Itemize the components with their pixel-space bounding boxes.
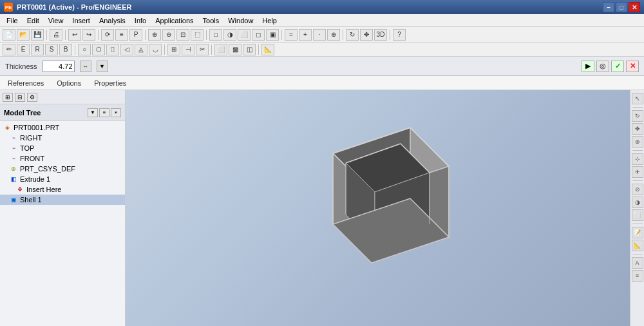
hidden-line-button[interactable]: ◻: [252, 29, 265, 41]
preview-button[interactable]: ▶: [582, 61, 594, 72]
accept-button[interactable]: ✓: [611, 61, 624, 72]
redo-button[interactable]: ↪: [82, 29, 95, 41]
extrude-button[interactable]: E: [17, 44, 30, 55]
pan-button[interactable]: ✥: [360, 29, 373, 41]
round-button[interactable]: ◡: [149, 44, 162, 55]
new-button[interactable]: 📄: [3, 29, 15, 41]
revolve-button[interactable]: R: [31, 44, 44, 55]
tree-item-front[interactable]: ⌁ FRONT: [0, 153, 125, 164]
tree-item-insert-here[interactable]: ❖ Insert Here: [0, 184, 125, 195]
tree-filter-button[interactable]: ▼: [88, 108, 98, 117]
visibility-button[interactable]: ◎: [596, 61, 609, 72]
help-button[interactable]: ?: [393, 29, 406, 41]
menu-edit[interactable]: Edit: [23, 15, 43, 26]
thickness-input[interactable]: [43, 61, 75, 72]
maximize-button[interactable]: □: [616, 2, 627, 12]
blend-button[interactable]: B: [59, 44, 72, 55]
csys-display-button[interactable]: ⊕: [327, 29, 340, 41]
model-tree-tool[interactable]: ≡: [632, 270, 643, 282]
tree-collapse-all[interactable]: ⊟: [15, 93, 25, 102]
shell-button[interactable]: ⬡: [92, 44, 105, 55]
secondary-toolbar: ✏ E R S B ○ ⬡ ⌷ ◁ ◬ ◡ ⊞ ⊣ ✂ ⬜ ▩ ◫ 📐: [0, 43, 644, 57]
surface-button[interactable]: ⬜: [214, 44, 227, 55]
zoom-area-button[interactable]: ⬚: [191, 29, 204, 41]
relations-button[interactable]: ≡: [115, 29, 128, 41]
note-tool[interactable]: 📝: [632, 227, 643, 238]
title-bar-controls: – □ ✕: [603, 2, 640, 12]
rib-button[interactable]: ⌷: [106, 44, 119, 55]
3d-orient-button[interactable]: 3D: [374, 29, 387, 41]
datum-points-button[interactable]: ·: [313, 29, 326, 41]
menu-view[interactable]: View: [44, 15, 68, 26]
hole-button[interactable]: ○: [78, 44, 91, 55]
tab-properties[interactable]: Properties: [91, 78, 129, 88]
annotation-tool[interactable]: A: [632, 257, 643, 269]
orient-tool[interactable]: ⊹: [632, 153, 643, 165]
parameters-button[interactable]: P: [129, 29, 142, 41]
open-button[interactable]: 📂: [17, 29, 30, 41]
repaint-button[interactable]: □: [209, 29, 222, 41]
tree-expand-all[interactable]: ⊞: [3, 93, 13, 102]
menu-applications[interactable]: Applications: [151, 15, 197, 26]
viewport[interactable]: [126, 90, 630, 326]
spin-tool[interactable]: ↻: [632, 110, 643, 122]
sketch-button[interactable]: ✏: [3, 44, 15, 55]
mirror-button[interactable]: ⊣: [182, 44, 194, 55]
menu-analysis[interactable]: Analysis: [95, 15, 129, 26]
close-button[interactable]: ✕: [629, 2, 640, 12]
analysis-measure[interactable]: 📐: [261, 44, 274, 55]
save-button[interactable]: 💾: [31, 29, 44, 41]
draft-button[interactable]: ◁: [120, 44, 133, 55]
cancel-button[interactable]: ✕: [626, 61, 639, 72]
fly-tool[interactable]: ✈: [632, 166, 643, 178]
chamfer-button[interactable]: ◬: [135, 44, 147, 55]
plane-icon-top: ⌁: [9, 144, 18, 152]
regenerate-button[interactable]: ⟳: [101, 29, 114, 41]
thickness-flip-button[interactable]: ↔: [80, 61, 91, 72]
pan-tool[interactable]: ✥: [632, 123, 643, 135]
tree-settings[interactable]: ⚙: [27, 93, 37, 102]
tree-item-right[interactable]: ⌁ RIGHT: [0, 133, 125, 143]
zoom-tool[interactable]: ⊕: [632, 136, 643, 148]
tab-options[interactable]: Options: [54, 78, 84, 88]
print-button[interactable]: 🖨: [50, 29, 62, 41]
shading-button[interactable]: ◑: [223, 29, 236, 41]
tree-item-extrude1[interactable]: ◧ Extrude 1: [0, 174, 125, 184]
select-tool[interactable]: ↖: [632, 93, 643, 104]
trim-button[interactable]: ✂: [196, 44, 209, 55]
section-tool[interactable]: ⊘: [632, 184, 643, 195]
undo-button[interactable]: ↩: [68, 29, 81, 41]
quilt-button[interactable]: ◫: [243, 44, 256, 55]
pattern-button[interactable]: ⊞: [167, 44, 180, 55]
tab-references[interactable]: References: [5, 78, 46, 88]
minimize-button[interactable]: –: [603, 2, 614, 12]
tree-item-top[interactable]: ⌁ TOP: [0, 143, 125, 153]
zoom-in-button[interactable]: ⊕: [148, 29, 161, 41]
menu-file[interactable]: File: [3, 15, 22, 26]
tree-item-prt0001[interactable]: ◈ PRT0001.PRT: [0, 122, 125, 133]
thickness-option-button[interactable]: ▼: [97, 61, 108, 72]
appearance-tool[interactable]: ◑: [632, 197, 643, 208]
tree-options-button[interactable]: ≡: [99, 108, 109, 117]
zoom-out-button[interactable]: ⊖: [162, 29, 175, 41]
datum-axes-button[interactable]: +: [299, 29, 312, 41]
sweep-button[interactable]: S: [45, 44, 58, 55]
no-hidden-button[interactable]: ▣: [266, 29, 279, 41]
model-tree-header: Model Tree ▼ ≡ »: [0, 104, 125, 121]
tree-toggle-button[interactable]: »: [111, 108, 121, 117]
menu-info[interactable]: Info: [131, 15, 150, 26]
menu-help[interactable]: Help: [258, 15, 281, 26]
menu-insert[interactable]: Insert: [68, 15, 94, 26]
zoom-fit-button[interactable]: ⊡: [176, 29, 189, 41]
menu-tools[interactable]: Tools: [199, 15, 223, 26]
solid-button[interactable]: ▩: [229, 44, 242, 55]
spin-button[interactable]: ↻: [346, 29, 359, 41]
wireframe-button[interactable]: ⬜: [238, 29, 251, 41]
datum-planes-button[interactable]: ≈: [285, 29, 298, 41]
environment-tool[interactable]: ⬜: [632, 209, 643, 221]
panel-resize-handle[interactable]: [122, 90, 125, 326]
tree-item-csys[interactable]: ⊕ PRT_CSYS_DEF: [0, 164, 125, 174]
tree-item-shell1[interactable]: ▣ Shell 1: [0, 195, 125, 205]
measure-tool[interactable]: 📐: [632, 240, 643, 251]
menu-window[interactable]: Window: [224, 15, 257, 26]
